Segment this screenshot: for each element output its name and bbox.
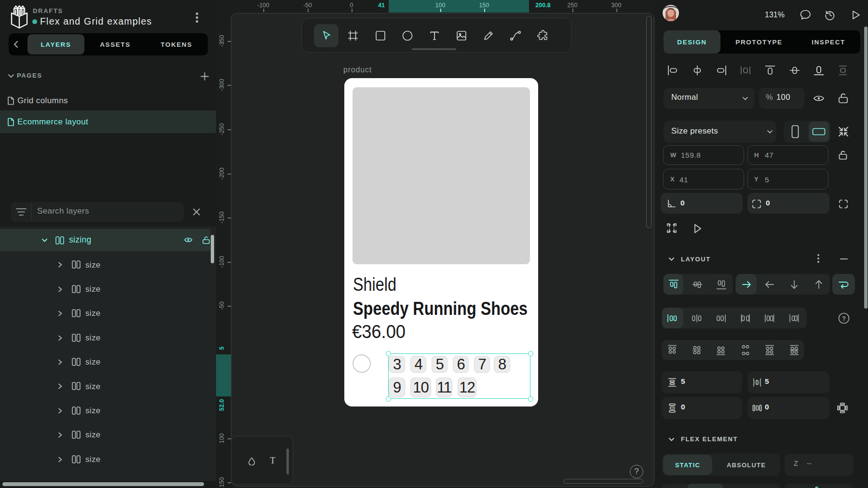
svg-text:?: ? [842, 315, 846, 322]
